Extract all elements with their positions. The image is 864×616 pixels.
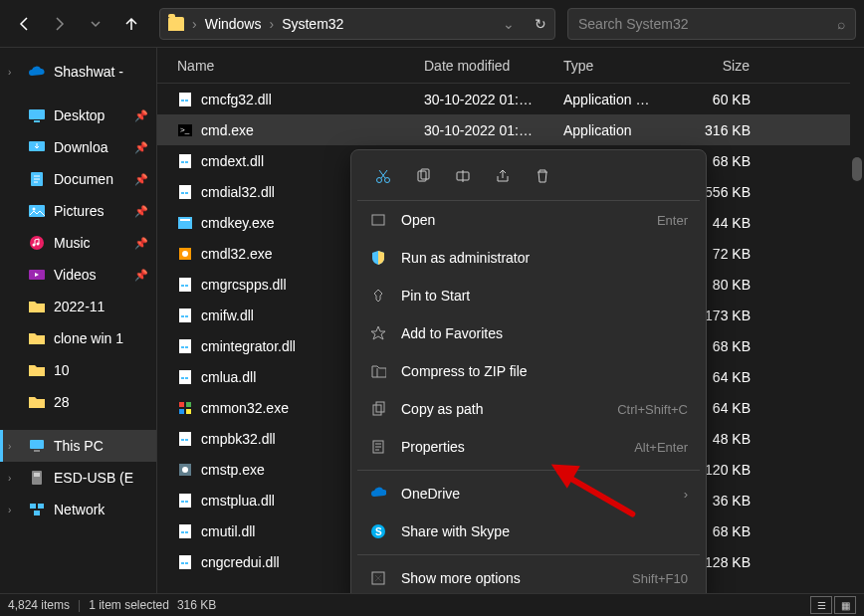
props-icon <box>369 439 387 455</box>
column-header-size[interactable]: Size <box>683 58 762 74</box>
sidebar-item-label: 28 <box>54 394 70 410</box>
file-name: cngcredui.dll <box>201 554 280 570</box>
svg-rect-1 <box>34 120 40 122</box>
ctx-shortcut: Enter <box>657 213 688 228</box>
ctx-item[interactable]: Add to Favorites <box>357 314 700 352</box>
share-button[interactable] <box>485 160 521 192</box>
chevron-right-icon: › <box>8 505 20 515</box>
sidebar-item[interactable]: Videos📌 <box>0 259 156 291</box>
sidebar-item-label: Desktop <box>54 107 105 123</box>
nav-up-button[interactable] <box>115 8 147 40</box>
pin-icon: 📌 <box>134 205 148 218</box>
sidebar-item-label: Network <box>54 502 105 517</box>
svg-point-7 <box>33 244 36 247</box>
cut-button[interactable] <box>365 160 401 192</box>
svg-rect-39 <box>181 346 184 348</box>
scrollbar[interactable] <box>850 48 864 593</box>
svg-rect-16 <box>34 511 40 515</box>
chevron-down-icon[interactable]: ⌄ <box>503 16 515 32</box>
nav-recent-button[interactable] <box>80 8 111 40</box>
sidebar-item[interactable]: Music📌 <box>0 227 156 259</box>
ctx-show-more[interactable]: Show more options Shift+F10 <box>357 559 700 597</box>
sidebar-location[interactable]: ›ESD-USB (E <box>0 462 156 494</box>
file-row[interactable]: >_cmd.exe30-10-2022 01:…Application316 K… <box>157 114 864 145</box>
file-name: cmdkey.exe <box>201 215 275 231</box>
nav-forward-button[interactable] <box>44 8 76 40</box>
pin-icon: 📌 <box>134 237 148 250</box>
sidebar-item[interactable]: 2022-11 <box>0 291 156 322</box>
ctx-label: Properties <box>401 439 465 455</box>
svg-point-62 <box>377 178 382 183</box>
sidebar-item[interactable]: 28 <box>0 386 156 418</box>
file-date: 30-10-2022 01:… <box>424 122 563 138</box>
view-details-button[interactable]: ☰ <box>810 596 832 614</box>
file-row[interactable]: cmcfg32.dll30-10-2022 01:…Application …6… <box>157 84 864 114</box>
copy-button[interactable] <box>405 160 441 192</box>
svg-rect-45 <box>186 402 191 407</box>
scroll-thumb[interactable] <box>852 157 862 181</box>
svg-rect-27 <box>185 192 188 194</box>
svg-rect-28 <box>178 217 192 229</box>
delete-button[interactable] <box>525 160 560 192</box>
status-bar: 4,824 items | 1 item selected 316 KB ☰ ▦ <box>0 593 864 616</box>
sidebar-item[interactable]: clone win 1 <box>0 322 156 354</box>
file-name: cmdext.dll <box>201 153 264 169</box>
svg-rect-43 <box>185 377 188 379</box>
svg-rect-26 <box>181 192 184 194</box>
sidebar-item[interactable]: Downloa📌 <box>0 131 156 163</box>
svg-point-31 <box>182 251 188 257</box>
column-header-type[interactable]: Type <box>563 58 683 74</box>
ctx-item[interactable]: OneDrive› <box>357 475 700 513</box>
file-name: cmgrcspps.dll <box>201 277 287 293</box>
ctx-item[interactable]: Compress to ZIP file <box>357 352 700 390</box>
more-icon <box>369 571 387 585</box>
file-name: cmcfg32.dll <box>201 92 272 107</box>
sidebar-item-label: Documen <box>54 171 113 187</box>
file-name: cmstplua.dll <box>201 493 275 509</box>
sidebar-location[interactable]: ›This PC <box>0 430 156 462</box>
breadcrumb-windows[interactable]: Windows <box>205 16 262 32</box>
ctx-item[interactable]: Copy as pathCtrl+Shift+C <box>357 390 700 428</box>
svg-text:>_: >_ <box>180 125 190 134</box>
svg-rect-61 <box>185 562 188 564</box>
chevron-right-icon: › <box>8 441 20 452</box>
svg-rect-58 <box>185 531 188 533</box>
ctx-label: Add to Favorites <box>401 325 503 341</box>
svg-rect-55 <box>185 501 188 503</box>
sidebar-item-label: Downloa <box>54 139 108 155</box>
svg-point-5 <box>33 208 36 211</box>
onedrive-icon <box>369 486 387 502</box>
chevron-right-icon: › <box>192 16 197 32</box>
search-input[interactable]: Search System32 ⌕ <box>567 8 856 40</box>
sidebar-item[interactable]: 10 <box>0 354 156 386</box>
refresh-button[interactable]: ↻ <box>535 16 546 32</box>
ctx-label: Run as administrator <box>401 250 530 266</box>
svg-rect-23 <box>181 161 184 163</box>
sidebar-location[interactable]: ›Network <box>0 494 156 525</box>
rename-button[interactable] <box>445 160 481 192</box>
ctx-item[interactable]: SShare with Skype <box>357 513 700 550</box>
column-header-date[interactable]: Date modified <box>424 58 563 74</box>
ctx-item[interactable]: PropertiesAlt+Enter <box>357 428 700 466</box>
sidebar-quick-access[interactable]: › Shashwat - <box>0 56 156 88</box>
sidebar-item[interactable]: Pictures📌 <box>0 195 156 227</box>
sidebar-item-label: This PC <box>54 438 104 454</box>
svg-point-52 <box>182 467 188 473</box>
svg-point-63 <box>385 178 390 183</box>
svg-rect-11 <box>34 450 40 452</box>
sidebar-item-label: clone win 1 <box>54 330 123 346</box>
ctx-item[interactable]: Run as administrator <box>357 239 700 277</box>
status-selected: 1 item selected <box>89 598 169 612</box>
context-menu: OpenEnterRun as administratorPin to Star… <box>350 149 707 604</box>
nav-back-button[interactable] <box>8 8 40 40</box>
address-bar[interactable]: › Windows › System32 ⌄ ↻ <box>159 8 555 40</box>
ctx-item[interactable]: OpenEnter <box>357 201 700 239</box>
breadcrumb-system32[interactable]: System32 <box>282 16 343 32</box>
file-type: Application … <box>563 92 683 107</box>
sidebar-item[interactable]: Desktop📌 <box>0 100 156 131</box>
column-header-name[interactable]: Name <box>169 58 424 74</box>
sidebar-item[interactable]: Documen📌 <box>0 163 156 195</box>
view-icons-button[interactable]: ▦ <box>834 596 856 614</box>
separator <box>357 554 700 555</box>
ctx-item[interactable]: Pin to Start <box>357 277 700 314</box>
